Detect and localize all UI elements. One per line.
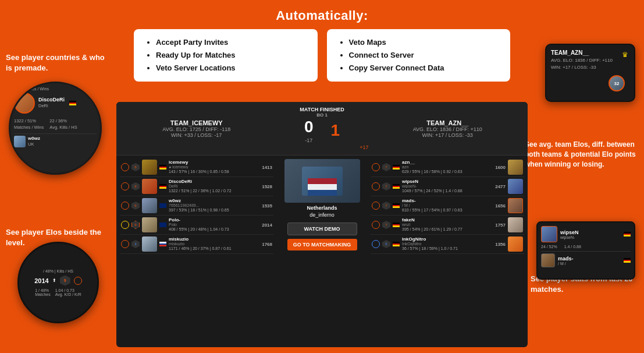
annotation-left-top: See player countries & who is premade.	[6, 52, 108, 73]
zoom-player-stats: wipseN wipseN- 24 / 52% 1.4 / 0.88 mads-…	[536, 221, 635, 280]
player-elo-5: 1768	[262, 242, 272, 247]
score-header: TEAM_ICEMEWY AVG. ELO: 1725 / DIFF: -118…	[116, 102, 528, 156]
score-left: 0	[304, 118, 314, 136]
feature-box-left: Accept Party Invites Ready Up for Matche…	[134, 29, 318, 82]
player-info-r2: wipseN wipseN- 1049 / 57% | 24 / 52% | 1…	[402, 179, 493, 194]
matchmaking-button[interactable]: GO TO MATCHMAKING	[287, 239, 357, 250]
player-elo-r3: 1656	[495, 203, 506, 209]
player-elo-2: 1528	[262, 184, 272, 189]
team-right-name: TEAM_AZN__	[375, 119, 521, 126]
player-icon-hex-2: 9	[131, 182, 140, 190]
zoom-circle-elo: / 48% | Kills / HS 2014 ⬆ 9 1 / 48%Match…	[17, 242, 99, 323]
player-flag-r1	[393, 165, 400, 170]
player-avatar-r4	[508, 217, 523, 232]
map-country: Netherlands	[307, 205, 337, 211]
main-title: Automatically:	[0, 0, 644, 23]
player-row-left-1: 8 icemewy ● icemewy 143 / 57% | 16 / 30%…	[120, 158, 273, 177]
player-avatar-r1	[508, 160, 523, 175]
player-avatar-r3	[508, 198, 523, 213]
player-icon-r3	[372, 202, 380, 210]
player-flag-2	[159, 184, 166, 189]
player-elo-1: 1413	[262, 165, 272, 170]
player-row-left-2: 9 DiscoDeRi DeRi 1322 / 51% | 22 / 36% |…	[120, 177, 273, 196]
player-info-r1: azn__ azn 629 / 55% | 16 / 58% | 0.92 / …	[402, 160, 493, 175]
player-avatar-4	[142, 217, 157, 232]
score-center: MATCH FINISHED BO 1 0 -17 1 +17	[270, 107, 375, 150]
player-avatar-r2	[508, 179, 523, 194]
team-right-record: WIN: +17 / LOSS: -33	[375, 132, 521, 138]
player-flag-r4	[393, 223, 400, 227]
player-row-left-4: 9 Polo- Polo 408 / 55% | 20 / 48% | 1.04…	[120, 216, 273, 235]
player-info-1: icemewy ● icemewy 143 / 57% | 16 / 30% |…	[169, 160, 259, 175]
score-diff-left: -17	[304, 137, 314, 143]
player-icon-2	[121, 182, 129, 190]
player-avatar-r5	[508, 236, 523, 252]
player-icon-hex-r2: 7	[382, 182, 390, 190]
player-flag-r3	[393, 203, 400, 208]
player-info-4: Polo- Polo 408 / 55% | 20 / 48% | 1.04 /…	[169, 217, 259, 232]
zoom-circle-countries: 1% Matches / Wins DiscoDeRi DeRi 1322 / …	[9, 82, 102, 175]
player-icon-r5	[372, 240, 380, 248]
player-icon-hex-r1: 7	[382, 163, 390, 171]
player-icon-hex-3: 9	[131, 202, 140, 210]
center-column: Netherlands de_inferno WATCH DEMO GO TO …	[277, 156, 367, 347]
player-icon-hex-5: 3	[131, 240, 140, 248]
player-avatar-3	[142, 198, 157, 213]
player-icon-r1	[372, 163, 380, 171]
player-info-r3: mads- / M / 810 / 55% | 17 / 54% | 0.97 …	[402, 198, 493, 213]
score-right: 1	[331, 121, 340, 140]
player-icon-r4	[372, 221, 380, 229]
player-flag-r2	[393, 184, 400, 189]
feature-item-5: Connect to Server	[349, 49, 499, 62]
player-flag-r5	[393, 242, 400, 246]
match-status: MATCH FINISHED	[270, 107, 375, 112]
score-diff-right: +17	[270, 144, 375, 150]
player-info-2: DiscoDeRi DeRi 1322 / 51% | 22 / 36% | 1…	[169, 179, 259, 194]
player-elo-r5: 1356	[495, 242, 506, 247]
player-flag-3	[159, 203, 166, 208]
team-left-column: 8 icemewy ● icemewy 143 / 57% | 16 / 30%…	[116, 156, 277, 347]
player-row-right-5: 5 InkOgNitro InkOgNitro 36 / 57% | 18 / …	[371, 235, 524, 254]
annotation-right-top: See avg. team Elos, diff. between both t…	[525, 140, 638, 169]
player-avatar-2	[142, 179, 157, 194]
player-elo-4: 2014	[262, 223, 272, 228]
map-name: de_inferno	[309, 212, 335, 218]
player-info-5: miskuzio miskuzio 1171 / 46% | 20 / 37% …	[169, 236, 259, 252]
player-info-r4: fakeN wnzl_ 395 / 54% | 20 / 61% | 1.29 …	[402, 217, 493, 232]
player-row-right-2: 7 wipseN wipseN- 1049 / 57% | 24 / 52% |…	[371, 177, 524, 196]
player-row-right-3: 7 mads- / M / 810 / 55% | 17 / 54% | 0.9…	[371, 196, 524, 216]
player-icon-4	[121, 221, 129, 229]
feature-item-3: Veto Server Locations	[156, 62, 306, 75]
team-left-name: TEAM_ICEMEWY	[123, 119, 270, 126]
players-area: 8 icemewy ● icemewy 143 / 57% | 16 / 30%…	[116, 156, 528, 347]
player-elo-r2: 2477	[495, 184, 506, 189]
team-left-info: TEAM_ICEMEWY AVG. ELO: 1725 / DIFF: -118…	[123, 119, 270, 138]
player-row-left-3: 9 w0wz 765611982489... 397 / 53% | 18 / …	[120, 196, 273, 216]
feature-box-right: Veto Maps Connect to Server Copy Server …	[327, 29, 511, 82]
team-right-column: 7 azn__ azn 629 / 55% | 16 / 58% | 0.92 …	[367, 156, 528, 347]
player-flag-1	[159, 165, 166, 170]
feature-item-4: Veto Maps	[349, 36, 499, 49]
scoreboard: TEAM_ICEMEWY AVG. ELO: 1725 / DIFF: -118…	[116, 102, 528, 347]
feature-item-2: Ready Up for Matches	[156, 49, 306, 62]
match-bo: BO 1	[270, 112, 375, 118]
player-row-right-4: 7 fakeN wnzl_ 395 / 54% | 20 / 61% | 1.2…	[371, 216, 524, 235]
player-icon-hex-4: 9	[131, 221, 140, 229]
player-icon-r2	[372, 182, 380, 190]
player-icon-hex-r4: 7	[382, 221, 390, 229]
player-info-3: w0wz 765611982489... 397 / 53% | 18 / 51…	[169, 198, 259, 213]
map-display	[284, 159, 360, 203]
player-elo-3: 1535	[262, 203, 272, 209]
team-left-elo: AVG. ELO: 1725 / DIFF: -118	[123, 126, 270, 132]
player-icon-5	[121, 240, 129, 248]
team-right-info: TEAM_AZN__ AVG. ELO: 1836 / DIFF: +110 W…	[375, 119, 521, 138]
feature-item-1: Accept Party Invites	[156, 36, 306, 49]
player-row-left-5: 3 miskuzio miskuzio 1171 / 46% | 20 / 37…	[120, 235, 273, 254]
player-icon-3	[121, 202, 129, 210]
player-flag-4	[159, 223, 166, 227]
player-icon-hex-r5: 5	[382, 240, 390, 248]
player-icon-1	[121, 163, 129, 171]
watch-demo-button[interactable]: WATCH DEMO	[287, 223, 357, 235]
zoom-team-azn: ♛ TEAM_AZN__ AVG. ELO: 1836 / DIFF: +110…	[545, 44, 635, 102]
team-right-elo: AVG. ELO: 1836 / DIFF: +110	[375, 126, 521, 132]
